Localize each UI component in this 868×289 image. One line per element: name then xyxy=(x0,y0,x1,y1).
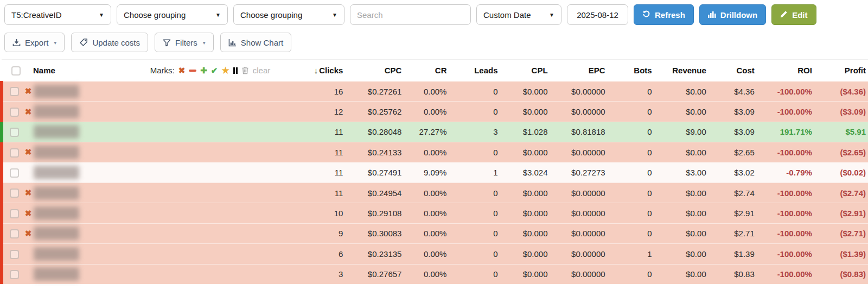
row-checkbox[interactable] xyxy=(10,189,19,198)
plus-mark-icon[interactable]: ✚ xyxy=(200,66,207,74)
x-mark-icon[interactable]: ✖ xyxy=(178,66,186,74)
row-checkbox[interactable] xyxy=(10,87,19,96)
cell-profit: ($2.91) xyxy=(814,203,868,223)
cell-cpl: $0.000 xyxy=(500,81,550,102)
grouping-select-1[interactable]: T5:CreativeID ▼ xyxy=(4,4,111,25)
column-header-cpc[interactable]: CPC xyxy=(345,60,404,81)
table-row[interactable]: ✖ 12 $0.25762 0.00% 0 $0.000 $0.00000 0 … xyxy=(2,102,868,122)
cell-revenue: $3.00 xyxy=(654,162,709,183)
cell-cr: 9.09% xyxy=(404,162,449,183)
cell-epc: $0.00000 xyxy=(550,203,608,223)
cell-cr: 0.00% xyxy=(404,142,449,162)
column-header-leads[interactable]: Leads xyxy=(449,60,500,81)
table-row[interactable]: ✖ 11 $0.28048 27.27% 3 $1.028 $0.81818 0… xyxy=(2,122,868,142)
grouping-select-3[interactable]: Choose grouping ▼ xyxy=(233,4,344,25)
row-checkbox[interactable] xyxy=(10,250,19,259)
table-row[interactable]: ✖ 11 $0.27491 9.09% 1 $3.024 $0.27273 0 … xyxy=(2,162,868,183)
row-x-mark-icon: ✖ xyxy=(25,229,32,238)
cell-cpc: $0.25762 xyxy=(345,102,404,122)
cell-revenue: $0.00 xyxy=(654,203,709,223)
cell-bots: 0 xyxy=(608,183,654,203)
row-checkbox[interactable] xyxy=(10,229,19,238)
show-chart-button[interactable]: Show Chart xyxy=(220,33,291,52)
column-header-roi[interactable]: ROI xyxy=(757,60,814,81)
column-header-profit[interactable]: Profit xyxy=(814,60,868,81)
row-checkbox[interactable] xyxy=(10,108,19,117)
row-checkbox[interactable] xyxy=(10,209,19,218)
cell-bots: 0 xyxy=(608,223,654,243)
star-mark-icon[interactable]: ★ xyxy=(221,66,229,75)
cell-cost: $3.02 xyxy=(709,162,757,183)
edit-button[interactable]: Edit xyxy=(771,4,816,25)
cell-cost: $3.09 xyxy=(709,102,757,122)
cell-cpc: $0.27657 xyxy=(345,264,404,284)
table-body: ✖ 16 $0.27261 0.00% 0 $0.000 $0.00000 0 … xyxy=(2,81,868,285)
row-name-redacted xyxy=(34,85,79,98)
column-header-cost[interactable]: Cost xyxy=(709,60,757,81)
table-row[interactable]: ✖ 11 $0.24133 0.00% 0 $0.000 $0.00000 0 … xyxy=(2,142,868,162)
cell-epc: $0.00000 xyxy=(550,142,608,162)
cell-roi: -100.00% xyxy=(757,183,814,203)
table-row[interactable]: ✖ 10 $0.29108 0.00% 0 $0.000 $0.00000 0 … xyxy=(2,203,868,223)
date-range-select[interactable]: Custom Date ▼ xyxy=(476,4,561,25)
cell-roi: -100.00% xyxy=(757,142,814,162)
cell-cost: $4.36 xyxy=(709,81,757,102)
cell-cpl: $1.028 xyxy=(500,122,550,142)
check-mark-icon[interactable]: ✔ xyxy=(211,66,218,74)
minus-mark-icon[interactable] xyxy=(189,70,196,72)
column-header-cpl[interactable]: CPL xyxy=(500,60,550,81)
column-header-cr[interactable]: CR xyxy=(404,60,449,81)
cell-profit: ($2.65) xyxy=(814,142,868,162)
actions-toolbar: Export ▾ Update costs Filters ▾ Show Cha… xyxy=(0,25,868,52)
clear-marks-link[interactable]: clear xyxy=(253,66,271,75)
row-checkbox[interactable] xyxy=(10,168,19,178)
refresh-button[interactable]: Refresh xyxy=(634,4,694,25)
grouping-select-2-value: Choose grouping xyxy=(124,10,186,20)
column-header-epc[interactable]: EPC xyxy=(550,60,608,81)
table-row[interactable]: ✖ 9 $0.30083 0.00% 0 $0.000 $0.00000 0 $… xyxy=(2,223,868,243)
row-name-redacted xyxy=(34,125,79,139)
table-row[interactable]: ✖ 11 $0.24954 0.00% 0 $0.000 $0.00000 0 … xyxy=(2,183,868,203)
search-input[interactable] xyxy=(357,10,464,20)
table-row[interactable]: ✖ 3 $0.27657 0.00% 0 $0.000 $0.00000 0 $… xyxy=(2,264,868,284)
trash-icon[interactable] xyxy=(241,66,249,74)
filters-button[interactable]: Filters ▾ xyxy=(155,33,214,52)
cell-clicks: 3 xyxy=(275,264,345,284)
cell-leads: 0 xyxy=(449,203,500,223)
column-header-bots[interactable]: Bots xyxy=(608,60,654,81)
date-input[interactable]: 2025-08-12 xyxy=(567,4,628,25)
cell-profit: $5.91 xyxy=(814,122,868,142)
cell-leads: 0 xyxy=(449,81,500,102)
row-name-redacted xyxy=(34,267,79,281)
cell-leads: 0 xyxy=(449,183,500,203)
date-range-select-value: Custom Date xyxy=(483,10,531,20)
row-checkbox[interactable] xyxy=(10,270,19,279)
cell-clicks: 6 xyxy=(275,244,345,264)
cell-bots: 0 xyxy=(608,81,654,102)
update-costs-button[interactable]: Update costs xyxy=(71,33,148,52)
table-row[interactable]: ✖ 16 $0.27261 0.00% 0 $0.000 $0.00000 0 … xyxy=(2,81,868,102)
column-header-revenue[interactable]: Revenue xyxy=(654,60,709,81)
row-name-redacted xyxy=(34,247,79,261)
pencil-icon xyxy=(780,10,788,20)
row-name-redacted xyxy=(34,105,79,118)
column-header-clicks[interactable]: ↓Clicks xyxy=(275,60,345,81)
grouping-select-2[interactable]: Choose grouping ▼ xyxy=(117,4,228,25)
row-checkbox[interactable] xyxy=(10,128,19,137)
cell-epc: $0.00000 xyxy=(550,264,608,284)
drilldown-button[interactable]: Drilldown xyxy=(699,4,766,25)
export-button[interactable]: Export ▾ xyxy=(4,33,65,52)
cell-epc: $0.27273 xyxy=(550,162,608,183)
select-all-checkbox[interactable] xyxy=(11,66,21,76)
table-row[interactable]: ✖ 6 $0.23135 0.00% 0 $0.000 $0.00000 1 $… xyxy=(2,244,868,264)
tag-icon xyxy=(79,38,88,47)
chart-icon xyxy=(228,39,237,47)
row-checkbox[interactable] xyxy=(10,148,19,158)
pause-mark-icon[interactable] xyxy=(233,67,238,74)
column-header-name[interactable]: Name xyxy=(33,66,55,75)
dropdown-caret-icon: ▼ xyxy=(99,12,104,18)
cell-clicks: 10 xyxy=(275,203,345,223)
cell-cpc: $0.23135 xyxy=(345,244,404,264)
cell-leads: 0 xyxy=(449,264,500,284)
cell-bots: 0 xyxy=(608,122,654,142)
